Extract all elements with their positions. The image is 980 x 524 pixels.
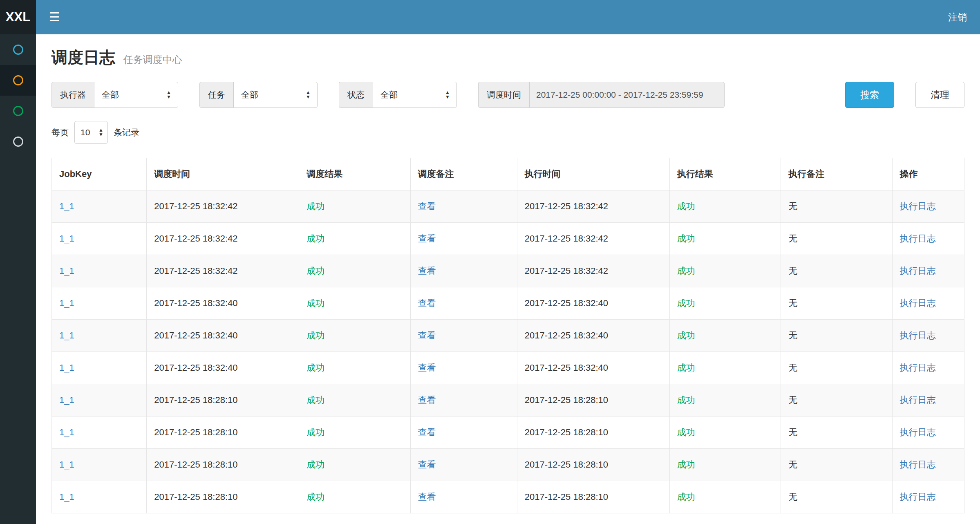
sidebar-item-job-log[interactable] <box>0 96 36 126</box>
jobkey-link[interactable]: 1_1 <box>59 201 74 211</box>
sidebar-toggle-button[interactable]: ☰ <box>49 11 60 23</box>
jobkey-link[interactable]: 1_1 <box>59 395 74 405</box>
handle-msg-cell: 无 <box>781 190 892 223</box>
executor-filter-label: 执行器 <box>51 82 94 108</box>
page-header: 调度日志 任务调度中心 <box>36 34 980 78</box>
exec-log-link[interactable]: 执行日志 <box>900 395 936 405</box>
exec-log-link[interactable]: 执行日志 <box>900 233 936 244</box>
trigger-msg-cell: 查看 <box>410 320 517 352</box>
logout-button[interactable]: 注销 <box>948 11 967 24</box>
jobkey-cell: 1_1 <box>52 223 147 255</box>
col-header-handle-result: 执行结果 <box>669 158 781 190</box>
trigger-msg-link[interactable]: 查看 <box>418 330 436 340</box>
handle-msg-cell: 无 <box>781 449 892 481</box>
trigger-msg-link[interactable]: 查看 <box>418 459 436 470</box>
handle-msg-cell: 无 <box>781 255 892 287</box>
clear-button[interactable]: 清理 <box>915 82 964 108</box>
jobkey-link[interactable]: 1_1 <box>59 427 74 437</box>
trigger-time-cell: 2017-12-25 18:28:10 <box>147 417 299 449</box>
job-select[interactable]: 全部 <box>233 82 318 108</box>
jobkey-link[interactable]: 1_1 <box>59 233 74 244</box>
exec-log-link[interactable]: 执行日志 <box>900 492 936 502</box>
page-size-prefix-label: 每页 <box>51 127 69 138</box>
sidebar-item-executor-manage[interactable] <box>0 126 36 157</box>
trigger-msg-link[interactable]: 查看 <box>418 201 436 211</box>
jobkey-cell: 1_1 <box>52 255 147 287</box>
jobkey-cell: 1_1 <box>52 417 147 449</box>
trigger-msg-link[interactable]: 查看 <box>418 427 436 437</box>
trigger-msg-link[interactable]: 查看 <box>418 266 436 276</box>
executor-select[interactable]: 全部 <box>94 82 178 108</box>
status-select[interactable]: 全部 <box>373 82 457 108</box>
content-area: 调度日志 任务调度中心 执行器 全部 任务 全部 <box>36 34 980 524</box>
action-cell: 执行日志 <box>892 320 964 352</box>
jobkey-cell: 1_1 <box>52 190 147 223</box>
exec-log-link[interactable]: 执行日志 <box>900 266 936 276</box>
trigger-time-cell: 2017-12-25 18:32:40 <box>147 287 299 320</box>
jobkey-link[interactable]: 1_1 <box>59 266 74 276</box>
circle-icon <box>13 45 23 55</box>
exec-log-link[interactable]: 执行日志 <box>900 201 936 211</box>
exec-log-link[interactable]: 执行日志 <box>900 298 936 308</box>
job-filter-label: 任务 <box>199 82 233 108</box>
table-row: 1_1 2017-12-25 18:32:42 成功 查看 2017-12-25… <box>52 255 964 287</box>
trigger-time-cell: 2017-12-25 18:28:10 <box>147 481 299 513</box>
page-size-select[interactable]: 10 <box>74 121 108 144</box>
sidebar-item-job-manage[interactable] <box>0 65 36 96</box>
trigger-msg-link[interactable]: 查看 <box>418 492 436 502</box>
trigger-msg-link[interactable]: 查看 <box>418 298 436 308</box>
circle-icon <box>13 75 23 85</box>
trigger-time-range-input[interactable] <box>529 82 725 108</box>
trigger-time-filter-label: 调度时间 <box>478 82 529 108</box>
handle-msg-cell: 无 <box>781 320 892 352</box>
jobkey-link[interactable]: 1_1 <box>59 363 74 373</box>
table-row: 1_1 2017-12-25 18:28:10 成功 查看 2017-12-25… <box>52 417 964 449</box>
jobkey-link[interactable]: 1_1 <box>59 330 74 340</box>
jobkey-link[interactable]: 1_1 <box>59 492 74 502</box>
trigger-msg-cell: 查看 <box>410 190 517 223</box>
handle-time-cell: 2017-12-25 18:32:40 <box>517 320 669 352</box>
jobkey-cell: 1_1 <box>52 384 147 417</box>
trigger-time-cell: 2017-12-25 18:32:40 <box>147 352 299 384</box>
handle-time-cell: 2017-12-25 18:28:10 <box>517 384 669 417</box>
jobkey-link[interactable]: 1_1 <box>59 298 74 308</box>
handle-msg-cell: 无 <box>781 417 892 449</box>
filter-toolbar: 执行器 全部 任务 全部 状态 <box>51 82 964 108</box>
logo[interactable]: XXL <box>0 0 36 34</box>
exec-log-link[interactable]: 执行日志 <box>900 459 936 470</box>
col-header-handle-time: 执行时间 <box>517 158 669 190</box>
action-cell: 执行日志 <box>892 384 964 417</box>
trigger-msg-link[interactable]: 查看 <box>418 233 436 244</box>
jobkey-link[interactable]: 1_1 <box>59 459 74 470</box>
exec-log-link[interactable]: 执行日志 <box>900 330 936 340</box>
executor-filter-group: 执行器 全部 <box>51 82 178 108</box>
action-cell: 执行日志 <box>892 481 964 513</box>
action-cell: 执行日志 <box>892 352 964 384</box>
select-arrows-icon <box>445 90 450 99</box>
sidebar-menu <box>0 34 36 524</box>
col-header-trigger-time: 调度时间 <box>147 158 299 190</box>
sidebar-item-dashboard[interactable] <box>0 34 36 65</box>
executor-select-value: 全部 <box>102 89 119 101</box>
exec-log-link[interactable]: 执行日志 <box>900 363 936 373</box>
handle-result-cell: 成功 <box>669 287 781 320</box>
table-row: 1_1 2017-12-25 18:28:10 成功 查看 2017-12-25… <box>52 481 964 513</box>
handle-time-cell: 2017-12-25 18:32:40 <box>517 352 669 384</box>
trigger-msg-link[interactable]: 查看 <box>418 363 436 373</box>
trigger-msg-link[interactable]: 查看 <box>418 395 436 405</box>
handle-time-cell: 2017-12-25 18:28:10 <box>517 481 669 513</box>
select-arrows-icon <box>306 90 311 99</box>
trigger-result-cell: 成功 <box>299 255 410 287</box>
search-button[interactable]: 搜索 <box>845 82 894 108</box>
trigger-time-cell: 2017-12-25 18:32:42 <box>147 223 299 255</box>
trigger-msg-cell: 查看 <box>410 255 517 287</box>
col-header-trigger-result: 调度结果 <box>299 158 410 190</box>
page-size-suffix-label: 条记录 <box>114 127 139 138</box>
action-cell: 执行日志 <box>892 287 964 320</box>
page-size-value: 10 <box>81 128 90 137</box>
handle-result-cell: 成功 <box>669 449 781 481</box>
trigger-result-cell: 成功 <box>299 320 410 352</box>
action-cell: 执行日志 <box>892 417 964 449</box>
exec-log-link[interactable]: 执行日志 <box>900 427 936 437</box>
status-filter-group: 状态 全部 <box>339 82 457 108</box>
